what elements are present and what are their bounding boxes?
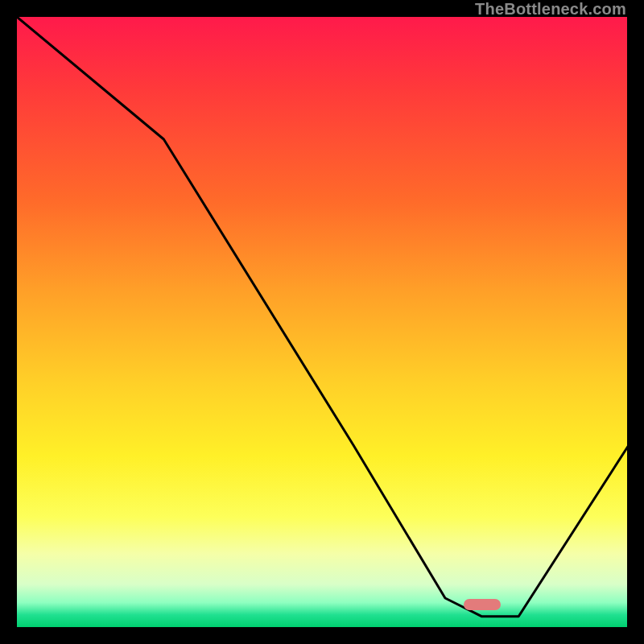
optimum-marker	[464, 599, 501, 610]
bottleneck-curve	[17, 17, 629, 629]
gradient-plot-area	[16, 16, 628, 628]
chart-container: TheBottleneck.com	[0, 0, 644, 644]
curve-path	[17, 17, 629, 617]
